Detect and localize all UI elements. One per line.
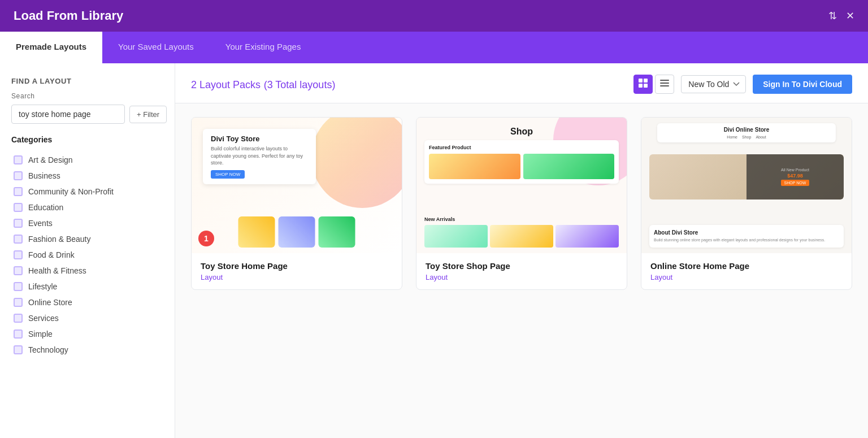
layout-count: 2 Layout Packs (3 Total layouts): [191, 78, 335, 91]
checkbox-food-drink[interactable]: [14, 250, 23, 259]
category-simple[interactable]: Simple: [11, 326, 163, 342]
pin-icon[interactable]: ⇅: [828, 10, 837, 22]
category-label-fashion-beauty: Fashion & Beauty: [28, 235, 91, 244]
checkbox-lifestyle[interactable]: [14, 282, 23, 291]
thumb-1: [238, 216, 275, 248]
view-toggle: [633, 75, 674, 94]
checkbox-health-fitness[interactable]: [14, 266, 23, 275]
card-title-toy-home: Toy Store Home Page: [201, 261, 393, 271]
checkbox-business[interactable]: [14, 171, 23, 180]
layout-grid: Divi Toy Store Build colorful interactiv…: [175, 103, 868, 438]
header-controls: New To Old Old To New A to Z Z to A Sign…: [633, 75, 852, 94]
category-fashion-beauty[interactable]: Fashion & Beauty: [11, 231, 163, 247]
tab-saved[interactable]: Your Saved Layouts: [102, 32, 210, 63]
arrivals-section: New Arrivals: [424, 216, 619, 248]
category-label-simple: Simple: [28, 329, 53, 339]
featured-box: Featured Product: [424, 140, 619, 184]
preview-toy-shop: Shop Featured Product New Arrivals: [416, 118, 627, 253]
modal-title: Load From Library: [14, 8, 123, 23]
categories-title: Categories: [11, 135, 163, 144]
category-technology[interactable]: Technology: [11, 342, 163, 358]
svg-rect-0: [639, 79, 643, 83]
modal-header: Load From Library ⇅ ✕: [0, 0, 868, 32]
checkbox-technology[interactable]: [14, 345, 23, 354]
category-events[interactable]: Events: [11, 215, 163, 231]
list-view-button[interactable]: [655, 75, 674, 94]
category-label-community: Community & Non-Profit: [28, 187, 114, 196]
svg-rect-2: [639, 84, 643, 88]
modal-container: Load From Library ⇅ ✕ Premade Layouts Yo…: [0, 0, 868, 438]
card-title-online-store: Online Store Home Page: [650, 261, 843, 271]
category-label-lifestyle: Lifestyle: [28, 282, 57, 291]
sort-select[interactable]: New To Old Old To New A to Z Z to A: [681, 75, 746, 93]
grid-view-icon: [639, 79, 648, 90]
category-label-food-drink: Food & Drink: [28, 250, 75, 259]
content-header: 2 Layout Packs (3 Total layouts): [175, 63, 868, 103]
search-input[interactable]: [11, 105, 125, 124]
category-label-services: Services: [28, 314, 59, 323]
checkbox-events[interactable]: [14, 219, 23, 228]
card-preview-toy-home: Divi Toy Store Build colorful interactiv…: [192, 118, 402, 253]
checkbox-simple[interactable]: [14, 329, 23, 339]
categories-list: Art & Design Business Community & Non-Pr…: [11, 152, 163, 358]
card-preview-online-store: Divi Online Store Home Shop About: [641, 118, 852, 253]
search-row: + Filter: [11, 105, 163, 124]
grid-view-button[interactable]: [633, 75, 653, 94]
card-title-toy-shop: Toy Store Shop Page: [426, 261, 618, 271]
category-label-art-design: Art & Design: [28, 155, 73, 164]
category-label-technology: Technology: [28, 345, 68, 354]
checkbox-online-store[interactable]: [14, 298, 23, 307]
close-icon[interactable]: ✕: [846, 10, 854, 22]
layout-card-toy-shop[interactable]: Shop Featured Product New Arrivals: [416, 117, 627, 290]
category-lifestyle[interactable]: Lifestyle: [11, 279, 163, 294]
category-education[interactable]: Education: [11, 200, 163, 215]
layout-badge: 1: [198, 231, 214, 246]
category-label-online-store: Online Store: [28, 298, 72, 307]
total-layouts: (3 Total layouts): [264, 79, 336, 90]
category-food-drink[interactable]: Food & Drink: [11, 247, 163, 263]
store-top: Divi Online Store Home Shop About: [657, 123, 836, 142]
checkbox-education[interactable]: [14, 203, 23, 212]
svg-rect-1: [644, 79, 648, 83]
toy-circle-decoration: [311, 118, 402, 208]
checkbox-fashion-beauty[interactable]: [14, 235, 23, 244]
category-business[interactable]: Business: [11, 168, 163, 184]
checkbox-art-design[interactable]: [14, 155, 23, 164]
toy-thumbnails: [238, 216, 355, 248]
tab-premade[interactable]: Premade Layouts: [0, 32, 102, 63]
category-art-design[interactable]: Art & Design: [11, 152, 163, 168]
sign-in-button[interactable]: Sign In To Divi Cloud: [753, 75, 852, 94]
card-type-toy-home: Layout: [201, 273, 393, 281]
category-health-fitness[interactable]: Health & Fitness: [11, 263, 163, 279]
tab-existing[interactable]: Your Existing Pages: [210, 32, 317, 63]
category-online-store[interactable]: Online Store: [11, 294, 163, 310]
store-hero: All New Product $47.98 SHOP NOW: [649, 154, 844, 200]
card-info-toy-shop: Toy Store Shop Page Layout: [416, 253, 627, 289]
checkbox-services[interactable]: [14, 314, 23, 323]
about-section: About Divi Store Build stunning online s…: [649, 225, 844, 248]
tabs-bar: Premade Layouts Your Saved Layouts Your …: [0, 32, 868, 63]
category-label-events: Events: [28, 219, 53, 228]
preview-toy-home: Divi Toy Store Build colorful interactiv…: [192, 118, 402, 253]
svg-rect-4: [660, 80, 669, 81]
find-layout-title: Find A Layout: [11, 77, 163, 85]
svg-rect-5: [660, 83, 669, 84]
card-preview-toy-shop: Shop Featured Product New Arrivals: [416, 118, 627, 253]
card-info-online-store: Online Store Home Page Layout: [641, 253, 852, 289]
category-label-health-fitness: Health & Fitness: [28, 266, 86, 275]
preview-online-store: Divi Online Store Home Shop About: [641, 118, 852, 253]
main-content: 2 Layout Packs (3 Total layouts): [175, 63, 868, 438]
category-community[interactable]: Community & Non-Profit: [11, 184, 163, 200]
card-type-toy-shop: Layout: [426, 273, 618, 281]
filter-button[interactable]: + Filter: [129, 106, 167, 123]
category-services[interactable]: Services: [11, 310, 163, 326]
layout-card-online-store[interactable]: Divi Online Store Home Shop About: [641, 117, 852, 290]
category-label-business: Business: [28, 171, 60, 180]
thumb-3: [319, 216, 355, 248]
layout-card-toy-home[interactable]: Divi Toy Store Build colorful interactiv…: [191, 117, 402, 290]
thumb-2: [279, 216, 315, 248]
svg-rect-6: [660, 85, 669, 86]
checkbox-community[interactable]: [14, 187, 23, 196]
search-label: Search: [11, 92, 163, 100]
svg-rect-3: [644, 84, 648, 88]
